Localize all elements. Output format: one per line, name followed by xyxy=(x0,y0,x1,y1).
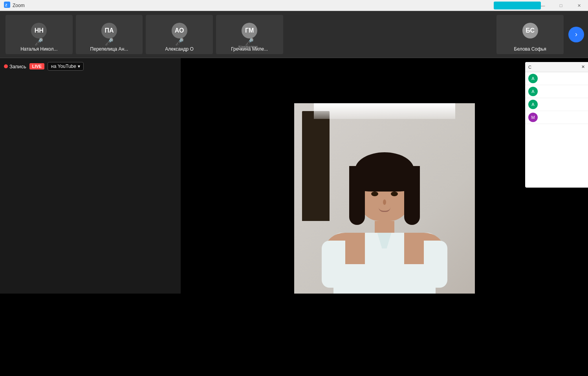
participant-tile-perepelitsa[interactable]: ПА 🎤 Перепелица Ан... xyxy=(76,15,143,54)
participant-tile-belova[interactable]: БС Белова Софья xyxy=(496,15,564,54)
participant-avatar: ГМ xyxy=(242,23,257,38)
person-head xyxy=(357,154,412,221)
live-badge: LIVE xyxy=(29,63,44,69)
person-eye-right xyxy=(391,192,398,196)
participant-avatar: БС xyxy=(522,23,538,38)
dropdown-icon: ▾ xyxy=(78,64,80,69)
mute-icon: 🎤 xyxy=(175,38,184,46)
chat-avatar: А xyxy=(528,74,538,83)
zoom-logo-icon: Z xyxy=(4,2,10,9)
participant-avatar: АО xyxy=(172,23,187,38)
participant-tile-empty2 xyxy=(356,15,423,54)
participant-name: Белова Софья xyxy=(514,46,546,52)
mute-icon: 🎤 xyxy=(105,38,114,46)
chat-panel-header: C ✕ xyxy=(525,62,588,72)
chat-avatar: М xyxy=(528,113,538,122)
maximize-button[interactable]: □ xyxy=(552,0,570,11)
title-bar: Z Zoom — □ ✕ xyxy=(0,0,588,11)
recording-label: Запись xyxy=(9,64,26,69)
recording-dot xyxy=(4,64,8,68)
ceiling-light xyxy=(314,103,455,119)
sleeve-left xyxy=(322,241,345,288)
chat-avatar: А xyxy=(528,87,538,96)
participant-tile-aleksandr[interactable]: АО 🎤 Александр О xyxy=(146,15,213,54)
participant-sub-label: Коноваленк... xyxy=(238,45,261,49)
person-face xyxy=(365,186,404,213)
person-eyes xyxy=(365,192,404,196)
participants-bar: НН 🎤 Наталья Никол... ПА 🎤 Перепелица Ан… xyxy=(0,11,588,58)
chat-avatar: А xyxy=(528,100,538,109)
youtube-label: на YouTube xyxy=(51,64,76,69)
participant-tile-empty3 xyxy=(427,15,494,54)
svg-text:Z: Z xyxy=(5,3,7,7)
sleeve-right xyxy=(424,241,447,288)
participant-avatar: ПА xyxy=(101,23,117,38)
participant-tile-natalia[interactable]: НН 🎤 Наталья Никол... xyxy=(5,15,73,54)
chat-message-4: М xyxy=(525,111,588,124)
mute-icon: 🎤 xyxy=(35,38,43,46)
participant-tile-empty xyxy=(286,15,354,54)
youtube-button[interactable]: на YouTube ▾ xyxy=(48,62,84,71)
chat-message-3: А xyxy=(525,98,588,111)
bottom-area xyxy=(0,294,588,376)
recording-bar: Запись LIVE на YouTube ▾ xyxy=(4,62,84,71)
chat-panel: C ✕ А А А М xyxy=(525,62,588,188)
recording-indicator: Запись xyxy=(4,64,26,69)
participant-name: Наталья Никол... xyxy=(20,46,57,52)
participant-tile-grechkina[interactable]: ГМ 🎤 Гречкина Миле... Коноваленк... xyxy=(216,15,283,54)
chat-title: C xyxy=(528,65,531,69)
minimize-button[interactable]: — xyxy=(534,0,552,11)
person-neck xyxy=(375,221,394,233)
zoom-container: НН 🎤 Наталья Никол... ПА 🎤 Перепелица Ан… xyxy=(0,11,588,376)
participant-name: Перепелица Ан... xyxy=(90,46,128,52)
participant-name: Александр О xyxy=(165,46,194,52)
app-title: Zoom xyxy=(13,3,25,8)
close-icon[interactable]: ✕ xyxy=(581,64,585,69)
person-eye-left xyxy=(371,192,378,196)
shirt-collar xyxy=(373,233,396,248)
person-mouth xyxy=(379,207,390,212)
participant-avatar: НН xyxy=(31,23,47,38)
close-button[interactable]: ✕ xyxy=(570,0,588,11)
chat-message-1: А xyxy=(525,72,588,85)
chevron-right-icon: › xyxy=(575,30,577,38)
person-nose xyxy=(383,199,386,205)
next-participants-button[interactable]: › xyxy=(568,27,584,42)
chat-message-2: А xyxy=(525,85,588,98)
